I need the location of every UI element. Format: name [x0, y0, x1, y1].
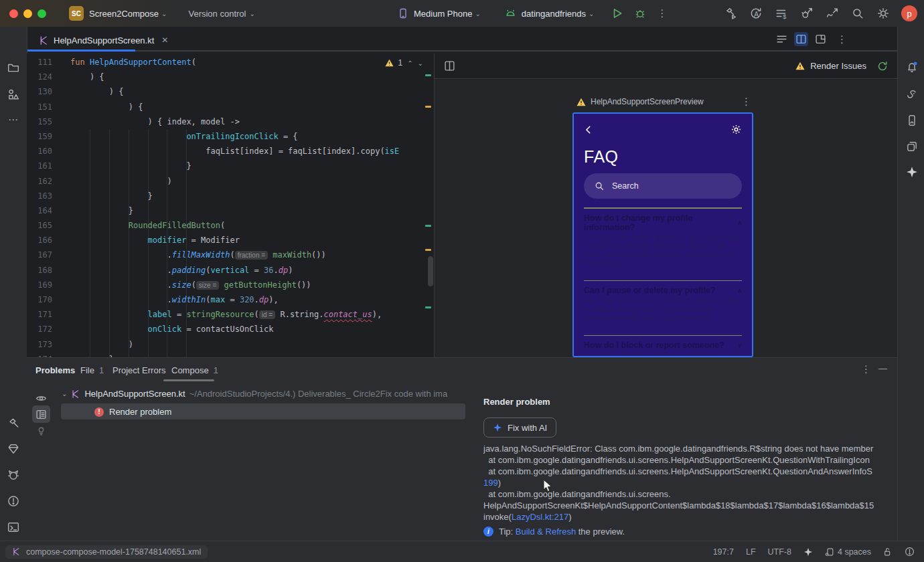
inspection-widget[interactable]: 1 ⌃ ⌄: [382, 57, 426, 69]
left-tool-stripe: ⋯: [0, 27, 27, 541]
app-quality-insights-icon[interactable]: [7, 443, 19, 455]
notifications-bell-icon[interactable]: [906, 61, 918, 73]
build-refresh-link[interactable]: Build & Refresh: [516, 527, 576, 537]
stack-trace-link[interactable]: LazyDsl.kt:217: [512, 512, 568, 522]
device-manager-icon[interactable]: [906, 140, 918, 153]
run-button[interactable]: [611, 7, 623, 19]
vcs-change-mark[interactable]: [425, 74, 431, 76]
ai-status-sparkle-icon[interactable]: [803, 547, 813, 557]
lightbulb-icon[interactable]: [35, 425, 47, 436]
code-editor[interactable]: 111fun HelpAndSupportContent(124 ) {130 …: [27, 54, 434, 357]
build-run-icon[interactable]: [724, 7, 737, 19]
search-placeholder: Search: [612, 181, 639, 191]
running-devices-icon[interactable]: [906, 114, 918, 126]
more-actions-kebab[interactable]: ⋮: [657, 7, 667, 19]
fix-with-ai-button[interactable]: Fix with AI: [483, 417, 556, 438]
code-line: 151 ) {: [27, 100, 434, 114]
todo-list-icon[interactable]: $: [775, 7, 787, 19]
project-badge[interactable]: SC: [69, 6, 84, 21]
render-problem-row[interactable]: ! Render problem: [61, 403, 465, 419]
debug-attach-icon[interactable]: [801, 7, 813, 19]
project-folder-icon[interactable]: [7, 62, 19, 74]
refresh-preview-icon[interactable]: [877, 61, 888, 72]
warning-stripe-mark[interactable]: [425, 249, 431, 251]
project-name-menu[interactable]: Screen2Compose: [89, 9, 159, 19]
android-studio-window: SC Screen2Compose ⌄ Version control ⌄ Me…: [0, 0, 924, 562]
resource-manager-icon[interactable]: [7, 88, 19, 100]
version-control-menu[interactable]: Version control: [188, 9, 246, 19]
problems-tool-icon[interactable]: [7, 495, 19, 507]
close-tab-icon[interactable]: ✕: [161, 35, 168, 45]
render-problem-label: Render problem: [109, 407, 171, 417]
terminal-icon[interactable]: [7, 521, 19, 533]
show-details-pane-icon[interactable]: [35, 409, 47, 420]
caret-position-widget[interactable]: 197:7: [713, 547, 734, 557]
active-tab-underline: [163, 379, 214, 381]
logcat-icon[interactable]: [7, 469, 19, 481]
progress-bar: [27, 50, 135, 52]
vcs-change-mark[interactable]: [425, 306, 431, 308]
code-line: 124 ) {: [27, 70, 434, 84]
editor-tab-helpandsupport[interactable]: HelpAndSupportScreen.kt ✕: [32, 31, 175, 50]
code-line: 160 faqList[index] = faqList[index].copy…: [27, 144, 434, 159]
editor-options-kebab[interactable]: ⋮: [837, 33, 847, 45]
user-avatar[interactable]: p: [901, 5, 917, 21]
ai-actions-icon[interactable]: A: [750, 7, 762, 19]
split-view-icon[interactable]: [794, 32, 808, 46]
bottom-tab-compose[interactable]: Compose1: [171, 365, 218, 375]
debug-button[interactable]: [634, 7, 646, 19]
encoding-widget[interactable]: UTF-8: [768, 547, 791, 557]
line-ending-widget[interactable]: LF: [746, 547, 756, 557]
render-issues-button[interactable]: Render Issues: [810, 61, 866, 71]
view-options-eye-icon[interactable]: [35, 393, 47, 404]
close-window-button[interactable]: [9, 9, 18, 18]
preview-canvas[interactable]: HelpAndSupportScreenPreview ⋮ FAQ Search…: [435, 80, 897, 357]
code-line: 169 .size(size = getButtonHeight()): [27, 278, 434, 292]
next-warning-icon[interactable]: ⌄: [418, 60, 423, 67]
gear-icon: [730, 124, 742, 135]
editor-scrollbar-thumb[interactable]: [428, 256, 433, 286]
code-line: 166 modifier = Modifier: [27, 233, 434, 248]
kotlin-file-icon: [39, 35, 49, 45]
warning-stripe-mark[interactable]: [425, 106, 431, 108]
preview-layout-mode-icon[interactable]: [444, 60, 455, 72]
warning-count: 1: [398, 58, 403, 68]
status-file-widget[interactable]: compose-compose-model-1758748140651.xml: [5, 545, 208, 559]
stack-trace-link[interactable]: 199: [483, 478, 498, 488]
device-selector[interactable]: Medium Phone: [414, 9, 472, 19]
problems-tree-file-row[interactable]: ⌄ HelpAndSupportScreen.kt ~/AndroidStudi…: [62, 389, 500, 399]
kotlin-file-icon: [12, 547, 21, 556]
vcs-change-mark[interactable]: [425, 225, 431, 227]
minimize-window-button[interactable]: [23, 9, 32, 18]
error-analysis-icon[interactable]: [905, 547, 915, 557]
indent-widget[interactable]: 4 spaces: [825, 547, 871, 557]
zoom-window-button[interactable]: [37, 9, 46, 18]
faq-divider: [584, 335, 742, 337]
search-icon: [595, 181, 604, 191]
run-configuration-selector[interactable]: datingandfriends: [522, 9, 586, 19]
faq-answer: To change your profile information, go t…: [584, 234, 742, 268]
faq-screen-title: FAQ: [584, 147, 742, 167]
preview-options-kebab[interactable]: ⋮: [741, 96, 751, 108]
bottom-tab-file[interactable]: File1: [80, 365, 104, 375]
compose-preview-frame[interactable]: FAQ Search How do I change my profile in…: [572, 112, 753, 357]
chevron-down-icon: ∨: [737, 342, 742, 349]
bottom-tab-project-errors[interactable]: Project Errors: [112, 365, 165, 375]
settings-icon[interactable]: [877, 7, 889, 19]
stack-trace: java.lang.NoSuchFieldError: Class com.ib…: [483, 443, 896, 523]
kotlin-file-icon: [71, 389, 80, 399]
chevron-down-icon[interactable]: ⌄: [62, 390, 67, 397]
profiler-icon[interactable]: [826, 7, 838, 19]
bottom-tab-problems[interactable]: Problems: [35, 365, 75, 375]
unlocked-padlock-icon[interactable]: [883, 547, 893, 557]
code-view-icon[interactable]: [776, 33, 787, 45]
gemini-sparkle-icon[interactable]: [906, 166, 918, 178]
editor-tab-bar: HelpAndSupportScreen.kt ✕ ⋮: [27, 27, 897, 54]
preview-title-row: HelpAndSupportScreenPreview: [576, 97, 704, 106]
prev-warning-icon[interactable]: ⌃: [407, 60, 412, 67]
gradle-icon[interactable]: [906, 88, 918, 100]
search-everywhere-icon[interactable]: [852, 7, 864, 19]
build-tool-icon[interactable]: [7, 417, 19, 430]
design-view-icon[interactable]: [815, 33, 826, 45]
more-tool-windows-icon[interactable]: ⋯: [8, 114, 18, 126]
